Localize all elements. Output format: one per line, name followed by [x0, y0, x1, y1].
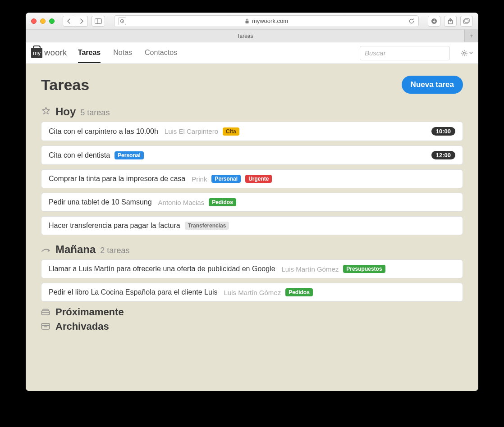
browser-titlebar: mywoork.com	[26, 13, 478, 30]
app-topnav: my woork Tareas Notas Contactos	[26, 42, 478, 64]
svg-point-9	[463, 52, 465, 54]
section-header-manana[interactable]: Mañana 2 tareas	[41, 243, 463, 256]
task-title: Llamar a Luis Martín para ofrecerle una …	[49, 265, 275, 273]
task-meta: Luis Martín Gómez	[224, 289, 281, 296]
zoom-window-icon[interactable]	[49, 18, 55, 24]
svg-rect-7	[464, 20, 468, 23]
task-title: Pedir el libro La Cocina Española para e…	[49, 288, 217, 296]
minimize-window-icon[interactable]	[40, 18, 46, 24]
page-title: Tareas	[41, 76, 89, 94]
badge-transferencias: Transferencias	[185, 222, 229, 230]
section-title: Archivadas	[55, 321, 109, 332]
task-title: Cita con el dentista	[49, 151, 110, 159]
section-count: 5 tareas	[80, 108, 110, 118]
star-icon	[41, 106, 51, 115]
reload-icon[interactable]	[408, 18, 415, 24]
address-bar[interactable]: mywoork.com	[114, 15, 419, 27]
section-header-proximamente[interactable]: Próximamente	[41, 306, 463, 318]
titlebar-right	[428, 16, 473, 27]
close-window-icon[interactable]	[31, 18, 37, 24]
svg-rect-20	[42, 325, 50, 329]
nav-contactos[interactable]: Contactos	[145, 43, 177, 63]
badge-pedidos: Pedidos	[285, 288, 313, 296]
svg-line-14	[462, 51, 463, 51]
section-title: Hoy	[55, 105, 76, 118]
task-time: 12:00	[431, 151, 455, 159]
badge-pedidos: Pedidos	[209, 198, 236, 206]
downloads-button[interactable]	[428, 16, 440, 27]
svg-rect-21	[41, 324, 50, 326]
new-task-button[interactable]: Nueva tarea	[402, 76, 463, 94]
section-count: 2 tareas	[100, 246, 129, 255]
nav-back-forward	[63, 16, 88, 27]
nav-tareas[interactable]: Tareas	[78, 43, 101, 63]
new-tab-button[interactable]: +	[465, 30, 478, 42]
task-meta: Luis Martín Gómez	[282, 265, 339, 273]
logo-woork: woork	[44, 48, 67, 58]
browser-tab-title: Tareas	[237, 33, 253, 39]
task-card[interactable]: Hacer transferencia para pagar la factur…	[41, 216, 463, 235]
badge-personal: Personal	[211, 175, 241, 183]
task-title: Cita con el carpintero a las 10.00h	[49, 127, 158, 136]
lock-icon	[245, 18, 249, 24]
section-title: Mañana	[55, 243, 96, 256]
section-header-hoy[interactable]: Hoy 5 tareas	[41, 105, 463, 118]
task-meta: Prink	[192, 175, 207, 183]
back-button[interactable]	[63, 16, 75, 27]
badge-urgente: Urgente	[245, 175, 272, 183]
app-logo[interactable]: my woork	[31, 48, 67, 58]
sidebar-toggle-button[interactable]	[92, 16, 105, 27]
gear-icon	[461, 50, 468, 57]
page-header: Tareas Nueva tarea	[41, 76, 463, 94]
tabs-button[interactable]	[460, 16, 473, 27]
reader-mode-icon[interactable]	[118, 17, 126, 25]
svg-rect-8	[465, 18, 469, 22]
nav-notas[interactable]: Notas	[113, 43, 132, 63]
nav-links: Tareas Notas Contactos	[78, 43, 177, 63]
logo-my: my	[31, 48, 42, 58]
forward-button[interactable]	[75, 16, 88, 27]
task-title: Hacer transferencia para pagar la factur…	[49, 222, 180, 230]
svg-rect-0	[95, 18, 102, 23]
share-button[interactable]	[444, 16, 457, 27]
task-title: Pedir una tablet de 10 Samsung	[49, 198, 152, 206]
arrow-forward-icon	[41, 247, 51, 253]
svg-rect-4	[245, 21, 248, 23]
badge-personal: Personal	[115, 151, 144, 159]
badge-cita: Cita	[223, 127, 239, 136]
task-card[interactable]: Cita con el carpintero a las 10.00hLuis …	[41, 122, 463, 141]
task-card[interactable]: Cita con el dentistaPersonal12:00	[41, 145, 463, 165]
svg-point-3	[122, 20, 123, 21]
task-list-manana: Llamar a Luis Martín para ofrecerle una …	[41, 259, 463, 302]
section-header-archivadas[interactable]: Archivadas	[41, 321, 463, 332]
app-viewport: my woork Tareas Notas Contactos Tar	[26, 42, 478, 391]
svg-line-15	[466, 55, 466, 55]
badge-presupuestos: Presupuestos	[343, 265, 385, 273]
window-controls	[31, 18, 55, 24]
browser-tabbar: Tareas +	[26, 30, 478, 42]
svg-line-16	[466, 51, 466, 51]
task-card[interactable]: Pedir el libro La Cocina Española para e…	[41, 283, 463, 302]
task-card[interactable]: Pedir una tablet de 10 SamsungAntonio Ma…	[41, 193, 463, 212]
task-title: Comprar la tinta para la impresora de ca…	[49, 175, 185, 183]
task-meta: Luis El Carpintero	[165, 127, 218, 135]
task-list-hoy: Cita con el carpintero a las 10.00hLuis …	[41, 122, 463, 235]
archive-icon	[41, 323, 51, 330]
search-input[interactable]	[360, 46, 450, 60]
url-text: mywoork.com	[252, 18, 288, 24]
svg-line-17	[462, 55, 463, 55]
task-card[interactable]: Comprar la tinta para la impresora de ca…	[41, 169, 463, 188]
chevron-down-icon	[469, 52, 473, 55]
browser-tab[interactable]: Tareas	[26, 30, 465, 42]
task-card[interactable]: Llamar a Luis Martín para ofrecerle una …	[41, 259, 463, 278]
task-meta: Antonio Macias	[158, 199, 205, 206]
section-title: Próximamente	[55, 306, 124, 318]
task-time: 10:00	[431, 127, 455, 136]
inbox-icon	[41, 309, 51, 316]
page-body: Tareas Nueva tarea Hoy 5 tareas Cita con…	[26, 64, 478, 350]
browser-window: mywoork.com Tareas + my wo	[26, 13, 478, 391]
settings-menu[interactable]	[461, 50, 473, 57]
